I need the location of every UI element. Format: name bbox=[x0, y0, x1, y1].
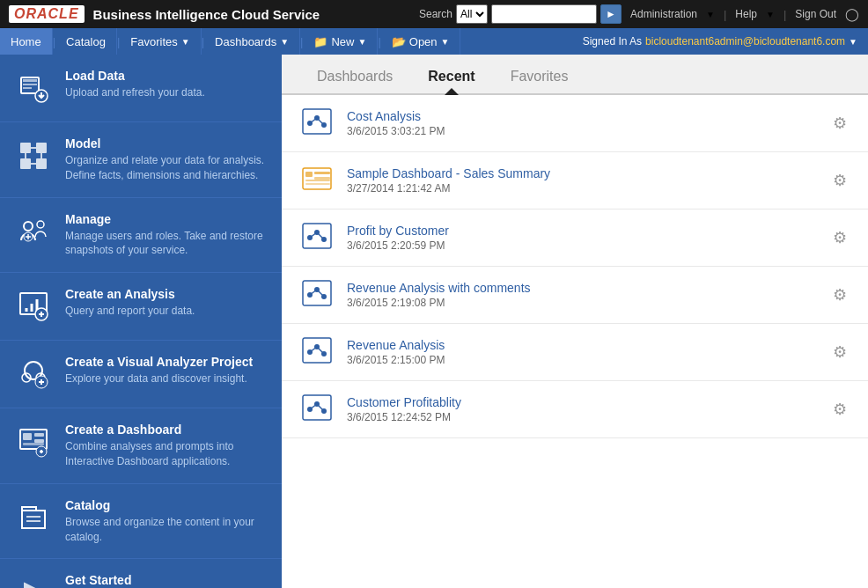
dashboards-arrow: ▼ bbox=[280, 37, 289, 47]
top-header: ORACLE Business Intelligence Cloud Servi… bbox=[0, 0, 868, 28]
nav-favorites[interactable]: Favorites ▼ bbox=[120, 28, 201, 55]
svg-rect-43 bbox=[303, 109, 331, 134]
svg-rect-54 bbox=[305, 183, 330, 185]
sidebar-desc-create-visual: Explore your data and discover insight. bbox=[65, 371, 253, 386]
signout-link[interactable]: Sign Out bbox=[795, 8, 836, 20]
item-gear-3[interactable]: ⚙ bbox=[829, 282, 850, 308]
svg-rect-67 bbox=[303, 338, 331, 363]
sidebar-desc-model: Organize and relate your data for analys… bbox=[65, 153, 268, 183]
sidebar-title-load-data: Load Data bbox=[65, 69, 205, 83]
create-analysis-icon bbox=[14, 287, 53, 326]
svg-rect-33 bbox=[23, 433, 32, 440]
item-gear-1[interactable]: ⚙ bbox=[829, 167, 850, 194]
sidebar-desc-create-dashboard: Combine analyses and prompts into Intera… bbox=[65, 439, 268, 469]
help-link[interactable]: Help bbox=[735, 8, 757, 20]
search-select[interactable]: All bbox=[456, 4, 488, 24]
admin-link[interactable]: Administration bbox=[630, 8, 697, 20]
nav-catalog[interactable]: Catalog bbox=[55, 28, 117, 55]
svg-rect-7 bbox=[36, 143, 47, 153]
sidebar: Load Data Upload and refresh your data. bbox=[0, 55, 282, 588]
sidebar-desc-manage: Manage users and roles. Take and restore… bbox=[65, 229, 268, 259]
list-item[interactable]: Cost Analysis 3/6/2015 3:03:21 PM ⚙ bbox=[282, 95, 868, 152]
sidebar-item-load-data[interactable]: Load Data Upload and refresh your data. bbox=[0, 55, 282, 122]
main-layout: Load Data Upload and refresh your data. bbox=[0, 55, 868, 588]
sidebar-title-manage: Manage bbox=[65, 212, 268, 226]
svg-line-72 bbox=[317, 347, 324, 354]
sidebar-title-create-analysis: Create an Analysis bbox=[65, 287, 195, 301]
item-icon-4 bbox=[299, 334, 335, 370]
svg-rect-73 bbox=[303, 395, 331, 420]
svg-rect-2 bbox=[23, 84, 37, 85]
sidebar-item-get-started[interactable]: Get Started Learn more about your servic… bbox=[0, 559, 282, 588]
sidebar-title-model: Model bbox=[65, 136, 268, 151]
nav-home[interactable]: Home bbox=[0, 28, 53, 55]
tab-dashboards[interactable]: Dashboards bbox=[317, 69, 393, 93]
item-title-5[interactable]: Customer Profitablity bbox=[347, 395, 817, 409]
svg-rect-61 bbox=[303, 281, 331, 305]
content-area: Dashboards Recent Favorites bbox=[282, 55, 868, 588]
oracle-logo: ORACLE bbox=[9, 5, 85, 23]
message-icon: ◯ bbox=[845, 7, 859, 21]
nav-new[interactable]: 📁 New ▼ bbox=[303, 28, 378, 55]
item-title-0[interactable]: Cost Analysis bbox=[347, 109, 817, 123]
svg-rect-53 bbox=[305, 180, 330, 181]
nav-open[interactable]: 📂 Open ▼ bbox=[381, 28, 461, 55]
signed-in-user[interactable]: bicloudtenant6admin@bicloudtenant6.com bbox=[645, 35, 845, 48]
search-input[interactable] bbox=[491, 4, 597, 24]
svg-line-47 bbox=[310, 118, 317, 123]
sidebar-item-create-analysis[interactable]: Create an Analysis Query and report your… bbox=[0, 273, 282, 341]
svg-rect-35 bbox=[34, 439, 44, 443]
sidebar-item-model[interactable]: Model Organize and relate your data for … bbox=[0, 122, 282, 198]
svg-line-78 bbox=[317, 404, 324, 411]
item-gear-0[interactable]: ⚙ bbox=[829, 110, 850, 136]
help-arrow: ▼ bbox=[766, 10, 775, 19]
svg-rect-3 bbox=[23, 87, 32, 89]
signed-in-area: Signed In As bicloudtenant6admin@bicloud… bbox=[572, 35, 868, 48]
item-title-3[interactable]: Revenue Analysis with comments bbox=[347, 281, 817, 295]
sidebar-desc-load-data: Upload and refresh your data. bbox=[65, 85, 205, 100]
app-title: Business Intelligence Cloud Service bbox=[93, 7, 410, 22]
svg-line-59 bbox=[310, 232, 317, 238]
item-gear-5[interactable]: ⚙ bbox=[829, 396, 850, 423]
item-title-2[interactable]: Profit by Customer bbox=[347, 224, 817, 238]
svg-rect-8 bbox=[20, 158, 31, 169]
list-item[interactable]: Revenue Analysis 3/6/2015 2:15:00 PM ⚙ bbox=[282, 324, 868, 381]
list-item[interactable]: Profit by Customer 3/6/2015 2:20:59 PM ⚙ bbox=[282, 209, 868, 267]
item-title-4[interactable]: Revenue Analysis bbox=[347, 338, 817, 352]
item-gear-2[interactable]: ⚙ bbox=[829, 224, 850, 251]
svg-point-14 bbox=[24, 222, 33, 231]
search-button[interactable]: ► bbox=[600, 4, 622, 24]
svg-rect-55 bbox=[303, 224, 331, 248]
svg-rect-51 bbox=[314, 172, 330, 174]
list-item[interactable]: Revenue Analysis with comments 3/6/2015 … bbox=[282, 267, 868, 324]
sidebar-item-catalog[interactable]: Catalog Browse and organize the content … bbox=[0, 484, 282, 560]
content-list: Cost Analysis 3/6/2015 3:03:21 PM ⚙ bbox=[282, 95, 868, 588]
open-arrow: ▼ bbox=[441, 37, 450, 47]
item-date-0: 3/6/2015 3:03:21 PM bbox=[347, 125, 817, 137]
nav-bar: Home | Catalog | Favorites ▼ | Dashboard… bbox=[0, 28, 868, 55]
model-icon bbox=[14, 136, 53, 175]
svg-line-71 bbox=[310, 347, 317, 352]
admin-arrow: ▼ bbox=[706, 10, 715, 19]
search-area: Search All ► bbox=[419, 4, 622, 24]
svg-rect-52 bbox=[314, 177, 330, 180]
header-links: Administration ▼ | Help ▼ | Sign Out ◯ bbox=[630, 7, 859, 21]
list-item[interactable]: Customer Profitablity 3/6/2015 12:24:52 … bbox=[282, 381, 868, 438]
get-started-icon bbox=[14, 573, 53, 588]
svg-rect-36 bbox=[23, 443, 44, 445]
catalog-icon bbox=[14, 498, 53, 537]
tab-recent[interactable]: Recent bbox=[428, 69, 474, 93]
item-date-1: 3/27/2014 1:21:42 AM bbox=[347, 182, 817, 195]
new-arrow: ▼ bbox=[357, 37, 366, 47]
sidebar-item-create-visual[interactable]: Create a Visual Analyzer Project Explore… bbox=[0, 341, 282, 408]
sidebar-item-create-dashboard[interactable]: Create a Dashboard Combine analyses and … bbox=[0, 408, 282, 484]
item-title-1[interactable]: Sample Dashboard - Sales Summary bbox=[347, 166, 817, 180]
list-item[interactable]: Sample Dashboard - Sales Summary 3/27/20… bbox=[282, 152, 868, 209]
item-icon-0 bbox=[299, 106, 335, 141]
item-date-3: 3/6/2015 2:19:08 PM bbox=[347, 297, 817, 309]
sidebar-item-manage[interactable]: Manage Manage users and roles. Take and … bbox=[0, 198, 282, 274]
svg-line-48 bbox=[317, 118, 324, 125]
nav-dashboards[interactable]: Dashboards ▼ bbox=[204, 28, 300, 55]
item-gear-4[interactable]: ⚙ bbox=[829, 339, 850, 365]
tab-favorites[interactable]: Favorites bbox=[511, 69, 569, 93]
